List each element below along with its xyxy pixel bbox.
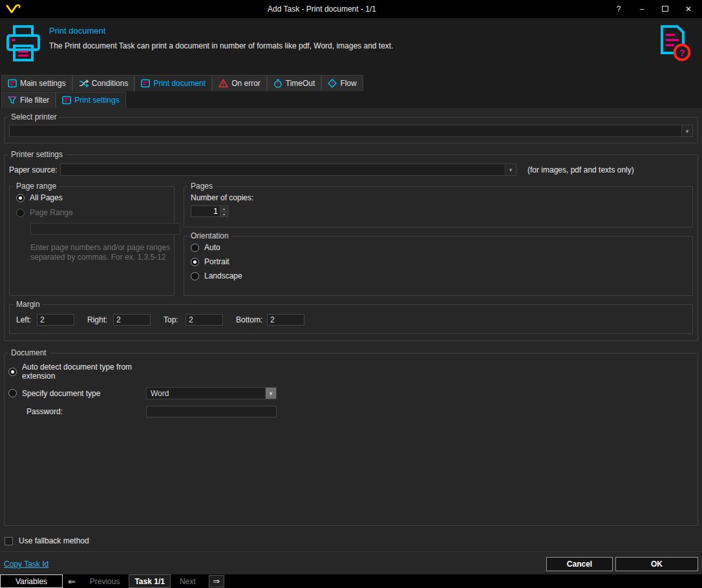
tab-conditions[interactable]: Conditions	[72, 75, 135, 91]
document-type-combo[interactable]: Word ▾	[146, 387, 277, 399]
fallback-checkbox-row[interactable]: Use fallback method	[5, 536, 698, 545]
margin-top-label: Top:	[164, 315, 186, 324]
content-spacer	[4, 526, 698, 532]
tab-flow[interactable]: Flow	[321, 75, 363, 91]
orientation-legend: Orientation	[188, 231, 231, 241]
all-pages-label: All Pages	[30, 193, 63, 202]
arrow-right-glyph: ⇒	[213, 576, 220, 586]
chevron-down-icon[interactable]: ▾	[505, 164, 516, 175]
copies-label: Number of copies:	[191, 193, 686, 202]
tab-print-document[interactable]: Print document	[134, 75, 212, 91]
select-printer-combo[interactable]: ▾	[9, 125, 693, 137]
margin-bottom-input[interactable]	[267, 314, 304, 326]
tab-label: Conditions	[92, 79, 129, 88]
printer-settings-columns: Page range All Pages Page Range Enter pa…	[9, 186, 693, 296]
tab-file-filter[interactable]: File filter	[1, 92, 56, 108]
orientation-auto-radio[interactable]: Auto	[191, 243, 686, 252]
paper-source-label: Paper source:	[9, 165, 60, 174]
all-pages-radio[interactable]: All Pages	[16, 193, 167, 202]
fallback-checkbox[interactable]	[5, 537, 13, 545]
printer-icon	[5, 25, 44, 65]
orientation-landscape-label: Landscape	[204, 271, 242, 280]
funnel-icon	[8, 96, 17, 105]
paper-source-combo[interactable]: ▾	[60, 163, 516, 176]
tab-label: Print settings	[74, 96, 119, 105]
orientation-portrait-radio[interactable]: Portrait	[191, 257, 686, 266]
tab-timeout[interactable]: TimeOut	[267, 75, 322, 91]
chevron-down-icon[interactable]: ▾	[681, 125, 692, 136]
variables-button[interactable]: Variables	[0, 574, 63, 588]
bottom-navigation-bar: Variables ⇐ Previous Task 1/1 Next ⇒	[0, 574, 702, 588]
task-title: Print document	[49, 26, 393, 36]
page-range-radio[interactable]: Page Range	[16, 208, 167, 217]
radio-indicator	[8, 389, 17, 397]
password-row: Password:	[8, 406, 694, 417]
specify-type-radio[interactable]: Specify document type	[8, 389, 146, 398]
chevron-down-icon[interactable]: ▾	[265, 388, 276, 399]
ok-button[interactable]: OK	[615, 557, 698, 571]
page-range-input[interactable]	[30, 223, 180, 235]
margin-row: Left: Right: Top: Bottom:	[16, 314, 686, 326]
page-range-hint: Enter page numbers and/or page ranges se…	[30, 243, 176, 262]
select-printer-group: Select printer ▾	[4, 117, 698, 143]
title-bar: Add Task - Print document - 1/1 ? – ✕	[0, 0, 702, 18]
tab-label: Print document	[153, 79, 206, 88]
cancel-button[interactable]: Cancel	[546, 557, 613, 571]
sub-tabbar: File filter Print settings	[0, 91, 702, 108]
task-help-icon[interactable]: ?	[654, 25, 692, 64]
tab-print-settings[interactable]: Print settings	[56, 92, 125, 108]
copy-task-id-link[interactable]: Copy Task Id	[4, 560, 48, 569]
radio-indicator	[191, 244, 199, 252]
maximize-button[interactable]	[661, 5, 670, 14]
paper-source-row: Paper source: ▾ (for images, pdf and tex…	[9, 163, 693, 176]
printer-settings-group: Printer settings Paper source: ▾ (for im…	[4, 154, 698, 341]
copies-stepper[interactable]: ▴ ▾	[191, 205, 228, 217]
printer-tab-icon	[62, 96, 71, 105]
warning-icon	[218, 79, 228, 88]
next-button[interactable]: Next	[180, 577, 196, 586]
pages-orientation-column: Pages Number of copies: ▴ ▾ Orientation	[184, 186, 693, 296]
pages-group: Pages Number of copies: ▴ ▾	[184, 186, 693, 227]
margin-left-input[interactable]	[37, 314, 74, 326]
spin-up-icon[interactable]: ▴	[220, 206, 228, 212]
window-controls: ? – ✕	[614, 5, 702, 14]
orientation-auto-label: Auto	[204, 243, 220, 252]
stopwatch-icon	[273, 79, 282, 88]
tab-main-settings[interactable]: Main settings	[1, 75, 72, 91]
margin-bottom-label: Bottom:	[236, 315, 267, 324]
task-window-icon	[8, 79, 17, 88]
auto-detect-row: Auto detect document type from extension	[8, 362, 694, 381]
paper-source-note: (for images, pdf and texts only)	[527, 165, 634, 174]
margin-top-input[interactable]	[186, 314, 223, 326]
maximize-icon	[662, 6, 668, 12]
password-label: Password:	[27, 407, 146, 416]
copies-input[interactable]	[191, 205, 220, 217]
main-tabbar: Main settings Conditions Print document …	[0, 74, 702, 91]
next-arrow-icon[interactable]: ⇒	[209, 575, 224, 587]
dialog-footer: Copy Task Id Cancel OK	[4, 556, 698, 572]
specify-type-row: Specify document type Word ▾	[8, 387, 694, 399]
printer-settings-legend: Printer settings	[8, 150, 65, 160]
branch-icon	[79, 79, 89, 88]
previous-button[interactable]: Previous	[90, 577, 120, 586]
auto-detect-radio[interactable]: Auto detect document type from extension	[8, 362, 146, 381]
tab-on-error[interactable]: On error	[212, 75, 267, 91]
close-button[interactable]: ✕	[684, 5, 693, 14]
fallback-label: Use fallback method	[19, 536, 89, 545]
tab-label: Main settings	[20, 79, 66, 88]
task-header: Print document The Print document Task c…	[0, 18, 702, 74]
password-field[interactable]	[146, 406, 277, 417]
window-title: Add Task - Print document - 1/1	[30, 5, 614, 14]
pages-legend: Pages	[188, 182, 215, 191]
radio-indicator	[16, 194, 25, 202]
previous-arrow-icon[interactable]: ⇐	[68, 576, 76, 587]
svg-text:?: ?	[679, 47, 685, 58]
tab-label: File filter	[20, 96, 49, 105]
tab-label: Flow	[340, 79, 356, 88]
minimize-button[interactable]: –	[637, 5, 646, 14]
margin-right-input[interactable]	[113, 314, 151, 326]
page-range-label: Page Range	[30, 208, 73, 217]
orientation-landscape-radio[interactable]: Landscape	[191, 271, 686, 280]
help-button[interactable]: ?	[614, 5, 623, 14]
spin-down-icon[interactable]: ▾	[220, 212, 228, 217]
